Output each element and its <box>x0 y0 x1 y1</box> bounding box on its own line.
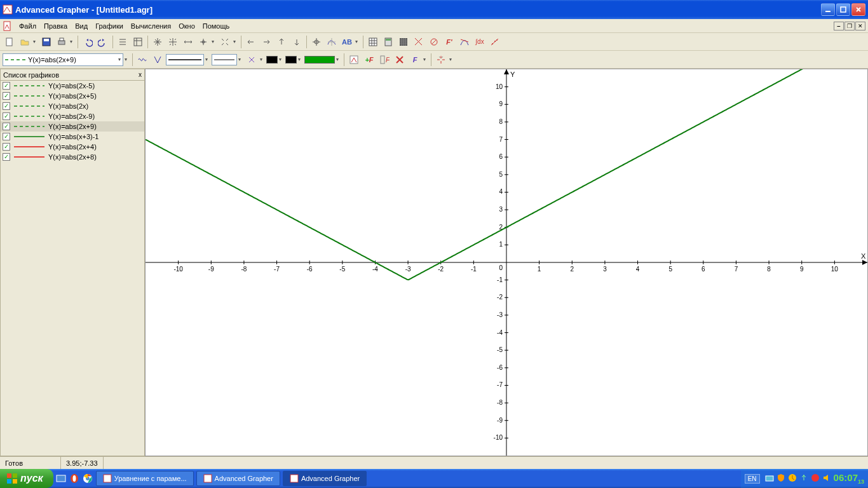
line-width-select[interactable] <box>212 54 237 65</box>
graph-list-item[interactable]: Y(x)=abs(2x) <box>1 101 144 111</box>
plot-selector-more[interactable]: ▾ <box>125 57 130 62</box>
save-button[interactable] <box>39 35 53 49</box>
line-style-select[interactable] <box>166 54 204 65</box>
menu-file[interactable]: Файл <box>15 21 40 31</box>
tray-update-icon[interactable] <box>788 473 797 484</box>
graph-list-item[interactable]: Y(x)=abs(2x-9) <box>1 111 144 121</box>
label-button[interactable]: AB <box>340 35 354 49</box>
calc-button[interactable] <box>381 35 395 49</box>
point-color-dropdown[interactable]: ▾ <box>279 57 284 62</box>
snap-button[interactable] <box>434 53 448 67</box>
menu-help[interactable]: Помощь <box>199 21 234 31</box>
fill-color-swatch[interactable] <box>304 56 335 64</box>
zoom-out-button[interactable] <box>218 35 232 49</box>
graph-list-button[interactable] <box>116 35 130 49</box>
plot-area[interactable]: XY-10-9-8-7-6-5-4-3-2-112345678910-10-9-… <box>145 69 868 456</box>
open-button[interactable] <box>18 35 32 49</box>
fill-color-dropdown[interactable]: ▾ <box>336 57 341 62</box>
regression-button[interactable] <box>488 35 502 49</box>
intersect-button[interactable] <box>412 35 426 49</box>
taskbar-button[interactable]: Advanced Grapher <box>283 471 367 486</box>
move-right-button[interactable] <box>259 35 273 49</box>
integral-button[interactable]: ∫dx <box>473 35 487 49</box>
graph-visible-checkbox[interactable] <box>3 133 10 140</box>
func-dropdown[interactable]: ▾ <box>423 57 428 62</box>
open-dropdown[interactable]: ▾ <box>33 39 38 44</box>
tray-shield-icon[interactable] <box>776 473 785 484</box>
horizontal-arrows-icon[interactable] <box>181 35 195 49</box>
move-left-button[interactable] <box>244 35 258 49</box>
tray-volume-icon[interactable] <box>822 473 831 484</box>
graph-list-item[interactable]: Y(x)=abs(x+3)-1 <box>1 132 144 142</box>
add-table-func-button[interactable]: F <box>377 53 391 67</box>
quick-opera-icon[interactable] <box>69 473 80 484</box>
graph-visible-checkbox[interactable] <box>3 153 10 161</box>
graph-visible-checkbox[interactable] <box>3 92 10 100</box>
zoom-center-button[interactable] <box>196 35 210 49</box>
line-style-dropdown[interactable]: ▾ <box>205 57 210 62</box>
line-color-dropdown[interactable]: ▾ <box>298 57 303 62</box>
point-color-swatch[interactable] <box>266 56 278 64</box>
func-button[interactable]: F <box>408 53 422 67</box>
graph-list-item[interactable]: Y(x)=abs(2x+9) <box>1 121 144 132</box>
start-button[interactable]: пуск <box>0 469 53 488</box>
mdi-restore-button[interactable]: ❐ <box>844 22 855 30</box>
zoom-out-dropdown[interactable]: ▾ <box>233 39 238 44</box>
plot-selector[interactable]: Y(x)=abs(2x+9) ▾ <box>3 53 123 66</box>
line-color-swatch[interactable] <box>285 56 297 64</box>
graph-visible-checkbox[interactable] <box>3 82 10 90</box>
derivative-button[interactable]: F' <box>442 35 456 49</box>
maximize-button[interactable] <box>836 3 850 16</box>
line-width-dropdown[interactable]: ▾ <box>238 57 243 62</box>
graph-list-item[interactable]: Y(x)=abs(2x+5) <box>1 91 144 101</box>
graph-visible-checkbox[interactable] <box>3 102 10 110</box>
menu-graphs[interactable]: Графики <box>92 21 127 31</box>
menu-edit[interactable]: Правка <box>40 21 71 31</box>
taskbar-button[interactable]: Advanced Grapher <box>196 471 280 486</box>
line-v-icon[interactable] <box>151 53 165 67</box>
move-up-button[interactable] <box>275 35 288 49</box>
tangent-button[interactable] <box>458 35 471 49</box>
new-graph-button[interactable] <box>347 53 361 67</box>
menu-window[interactable]: Окно <box>175 21 199 31</box>
quick-desktop-icon[interactable] <box>55 473 67 484</box>
add-func-button[interactable]: +F <box>362 53 376 67</box>
zoom-in-button[interactable] <box>166 35 180 49</box>
delete-graph-button[interactable] <box>393 53 407 67</box>
panel-close-button[interactable]: x <box>139 71 142 78</box>
graph-list-item[interactable]: Y(x)=abs(2x+8) <box>1 152 144 162</box>
menu-calc[interactable]: Вычисления <box>127 21 175 31</box>
graph-visible-checkbox[interactable] <box>3 123 10 130</box>
close-button[interactable] <box>851 3 865 16</box>
zoom-dropdown[interactable]: ▾ <box>212 39 217 44</box>
tray-clock[interactable]: 06:0713 <box>834 472 864 485</box>
redo-button[interactable] <box>96 35 110 49</box>
tray-usb-icon[interactable] <box>799 473 808 484</box>
label-dropdown[interactable]: ▾ <box>355 39 360 44</box>
print-button[interactable] <box>55 35 69 49</box>
graph-list-item[interactable]: Y(x)=abs(2x-5) <box>1 81 144 91</box>
mdi-minimize-button[interactable]: ‒ <box>834 22 844 30</box>
quick-chrome-icon[interactable] <box>82 473 93 484</box>
move-down-button[interactable] <box>290 35 304 49</box>
tray-av-icon[interactable] <box>811 473 820 484</box>
tray-network-icon[interactable] <box>765 473 774 484</box>
undo-button[interactable] <box>81 35 95 49</box>
language-indicator[interactable]: EN <box>745 474 760 484</box>
line-wave-icon[interactable] <box>135 53 149 67</box>
minimize-button[interactable] <box>821 3 835 16</box>
no-intersect-button[interactable] <box>427 35 441 49</box>
pan-button[interactable] <box>151 35 165 49</box>
new-button[interactable] <box>3 35 17 49</box>
mdi-close-button[interactable]: ✕ <box>855 22 865 30</box>
crosshair-button[interactable] <box>309 35 323 49</box>
point-style-icon[interactable] <box>245 53 259 67</box>
snap-dropdown[interactable]: ▾ <box>449 57 454 62</box>
taskbar-button[interactable]: Уравнение с параме... <box>96 471 194 486</box>
menu-view[interactable]: Вид <box>71 21 92 31</box>
graph-visible-checkbox[interactable] <box>3 112 10 120</box>
grid-button[interactable] <box>397 35 410 49</box>
graph-visible-checkbox[interactable] <box>3 143 10 151</box>
point-style-dropdown[interactable]: ▾ <box>260 57 265 62</box>
table-button[interactable] <box>366 35 380 49</box>
